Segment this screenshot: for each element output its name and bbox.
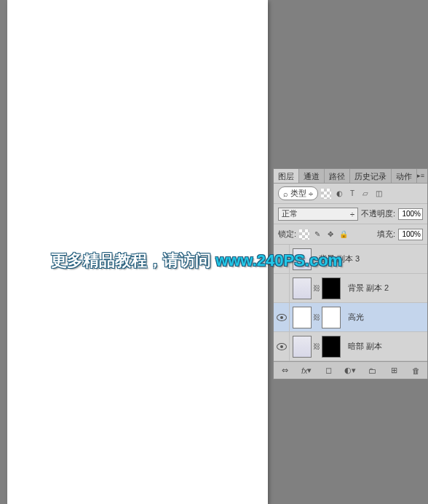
layer-name[interactable]: 背景 副本 2 xyxy=(344,283,423,294)
search-icon: ⌕ xyxy=(283,189,288,198)
mask-link-icon[interactable]: ⛓ xyxy=(313,284,320,292)
layer-row[interactable]: 背景 副本 3 xyxy=(274,245,427,274)
layers-panel: ▸≡ 图层 通道 路径 历史记录 动作 ⌕ 类型 ÷ ◐ T ▱ ◫ 正常 ÷ … xyxy=(273,168,428,379)
tab-channels[interactable]: 通道 xyxy=(299,169,325,183)
layer-row[interactable]: ⛓ 高光 xyxy=(274,303,427,332)
blend-row: 正常 ÷ 不透明度: xyxy=(274,204,427,224)
lock-pixels-icon[interactable]: ✎ xyxy=(312,229,322,240)
opacity-label: 不透明度: xyxy=(361,208,395,219)
adjustment-layer-icon[interactable]: ◐▾ xyxy=(344,364,357,377)
visibility-toggle[interactable] xyxy=(274,245,290,273)
layer-thumbnail[interactable] xyxy=(293,307,312,328)
filter-type-select[interactable]: ⌕ 类型 ÷ xyxy=(278,186,318,200)
mask-thumbnail[interactable] xyxy=(322,307,341,328)
fx-icon[interactable]: fx▾ xyxy=(300,364,313,377)
delete-layer-icon[interactable]: 🗑 xyxy=(410,364,423,377)
new-group-icon[interactable]: 🗀 xyxy=(366,364,379,377)
panel-bottom-bar: ⇔ fx▾ ◻ ◐▾ 🗀 ⊞ 🗑 xyxy=(274,361,427,379)
filter-row: ⌕ 类型 ÷ ◐ T ▱ ◫ xyxy=(274,184,427,204)
mask-link-icon[interactable]: ⛓ xyxy=(313,342,320,350)
layer-thumbnail[interactable] xyxy=(293,277,312,299)
tab-history[interactable]: 历史记录 xyxy=(350,169,392,183)
filter-pixel-icon[interactable] xyxy=(321,189,331,199)
visibility-toggle[interactable] xyxy=(274,332,290,361)
lock-position-icon[interactable]: ✥ xyxy=(325,229,336,240)
add-mask-icon[interactable]: ◻ xyxy=(322,364,335,377)
mask-link-icon[interactable]: ⛓ xyxy=(313,313,320,321)
visibility-toggle[interactable] xyxy=(274,274,290,302)
visibility-toggle[interactable] xyxy=(274,303,290,331)
filter-adjust-icon[interactable]: ◐ xyxy=(334,189,344,199)
panel-tabs: 图层 通道 路径 历史记录 动作 xyxy=(274,169,427,184)
new-layer-icon[interactable]: ⊞ xyxy=(388,364,401,377)
mask-thumbnail[interactable] xyxy=(322,277,341,299)
layer-thumbnail[interactable] xyxy=(293,248,312,270)
opacity-input[interactable] xyxy=(398,208,423,220)
layer-name[interactable]: 高光 xyxy=(344,312,423,323)
layer-thumbnail[interactable] xyxy=(293,336,312,358)
blend-mode-select[interactable]: 正常 ÷ xyxy=(278,208,358,221)
layer-list: 背景 副本 3 ⛓ 背景 副本 2 ⛓ 高光 ⛓ xyxy=(274,245,427,361)
tab-paths[interactable]: 路径 xyxy=(325,169,350,183)
chevron-updown-icon: ÷ xyxy=(309,189,313,198)
filter-type-label: 类型 xyxy=(290,188,306,199)
filter-shape-icon[interactable]: ▱ xyxy=(360,189,370,199)
lock-all-icon[interactable]: 🔒 xyxy=(338,229,349,240)
fill-label: 填充: xyxy=(377,229,395,240)
layer-name[interactable]: 暗部 副本 xyxy=(344,341,423,352)
eye-icon xyxy=(277,314,287,321)
filter-smart-icon[interactable]: ◫ xyxy=(373,189,384,199)
layer-row[interactable]: ⛓ 背景 副本 2 xyxy=(274,274,427,303)
lock-label: 锁定: xyxy=(278,229,296,240)
layer-name[interactable]: 背景 副本 3 xyxy=(314,253,423,264)
eye-icon xyxy=(277,343,287,350)
document-canvas[interactable] xyxy=(7,0,268,504)
link-layers-icon[interactable]: ⇔ xyxy=(278,364,291,377)
lock-transparency-icon[interactable] xyxy=(299,229,309,240)
blend-mode-value: 正常 xyxy=(282,208,298,219)
mask-thumbnail[interactable] xyxy=(322,336,341,358)
layer-row[interactable]: ⛓ 暗部 副本 xyxy=(274,332,427,361)
tab-actions[interactable]: 动作 xyxy=(392,169,417,183)
filter-type-icon[interactable]: T xyxy=(347,189,357,199)
lock-row: 锁定: ✎ ✥ 🔒 填充: xyxy=(274,224,427,245)
tab-layers[interactable]: 图层 xyxy=(274,169,299,183)
panel-menu-icon[interactable]: ▸≡ xyxy=(416,170,426,181)
fill-input[interactable] xyxy=(398,229,423,240)
chevron-updown-icon: ÷ xyxy=(350,210,354,218)
